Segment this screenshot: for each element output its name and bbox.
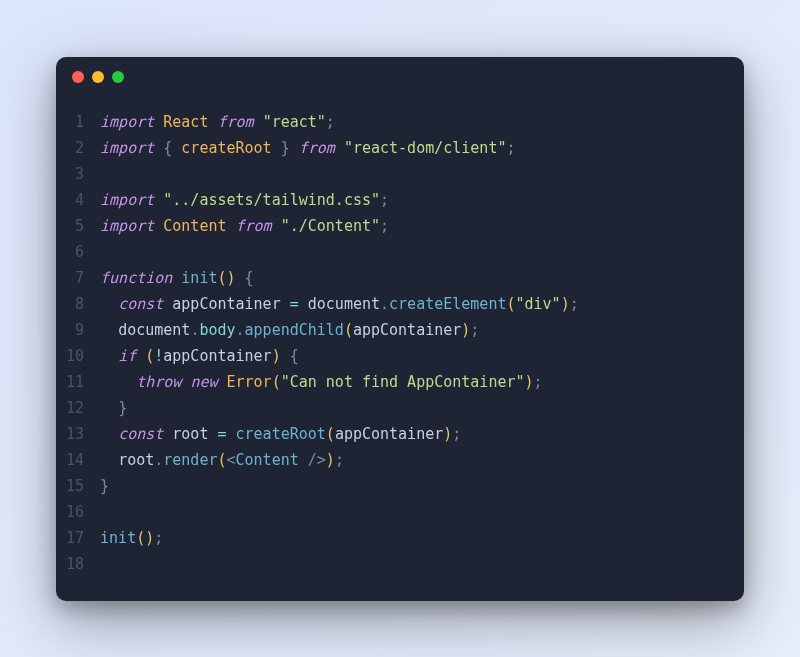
line-number: 1 (66, 109, 84, 135)
titlebar (56, 57, 744, 97)
code-token: () (136, 529, 154, 547)
code-token: ( (326, 425, 335, 443)
code-line: if (!appContainer) { (100, 343, 724, 369)
code-token: "../assets/tailwind.css" (163, 191, 380, 209)
code-token (100, 347, 118, 365)
code-token: root (118, 451, 154, 469)
code-token (100, 399, 118, 417)
code-token: ; (380, 191, 389, 209)
code-token: "react-dom/client" (344, 139, 507, 157)
code-token: appContainer (172, 295, 280, 313)
code-token (154, 191, 163, 209)
minimize-icon[interactable] (92, 71, 104, 83)
line-number-gutter: 123456789101112131415161718 (66, 109, 100, 577)
code-token: const (118, 295, 163, 313)
code-token: ; (452, 425, 461, 443)
code-token: ; (506, 139, 515, 157)
code-token: init (181, 269, 217, 287)
code-token: body (199, 321, 235, 339)
code-token: { (245, 269, 254, 287)
code-token: "react" (263, 113, 326, 131)
code-token (299, 451, 308, 469)
code-token (299, 295, 308, 313)
code-token: document (118, 321, 190, 339)
code-token: . (236, 321, 245, 339)
code-token (100, 295, 118, 313)
code-token: "./Content" (281, 217, 380, 235)
code-token: /> (308, 451, 326, 469)
code-line: document.body.appendChild(appContainer); (100, 317, 724, 343)
code-token (100, 321, 118, 339)
line-number: 4 (66, 187, 84, 213)
code-token: import (100, 191, 154, 209)
code-window: 123456789101112131415161718 import React… (56, 57, 744, 601)
code-token: ; (335, 451, 344, 469)
code-token (100, 451, 118, 469)
line-number: 10 (66, 343, 84, 369)
code-line (100, 239, 724, 265)
code-line (100, 551, 724, 577)
code-line: function init() { (100, 265, 724, 291)
code-line: throw new Error("Can not find AppContain… (100, 369, 724, 395)
code-token: ( (145, 347, 154, 365)
line-number: 11 (66, 369, 84, 395)
line-number: 18 (66, 551, 84, 577)
code-token: ( (506, 295, 515, 313)
code-token (100, 425, 118, 443)
code-token (154, 139, 163, 157)
code-token: appendChild (245, 321, 344, 339)
code-token: "Can not find AppContainer" (281, 373, 525, 391)
line-number: 12 (66, 395, 84, 421)
code-token: ) (443, 425, 452, 443)
code-token (136, 347, 145, 365)
code-token: throw (136, 373, 181, 391)
line-number: 9 (66, 317, 84, 343)
code-token: ) (561, 295, 570, 313)
zoom-icon[interactable] (112, 71, 124, 83)
code-token: ; (326, 113, 335, 131)
code-token: < (227, 451, 236, 469)
code-token: } (272, 139, 290, 157)
code-token: ) (272, 347, 281, 365)
code-line: const root = createRoot(appContainer); (100, 421, 724, 447)
code-token: . (380, 295, 389, 313)
code-content[interactable]: import React from "react";import { creat… (100, 109, 724, 577)
code-line: import React from "react"; (100, 109, 724, 135)
line-number: 7 (66, 265, 84, 291)
code-editor[interactable]: 123456789101112131415161718 import React… (56, 97, 744, 601)
code-token: render (163, 451, 217, 469)
code-token: if (118, 347, 136, 365)
code-token: new (190, 373, 217, 391)
line-number: 17 (66, 525, 84, 551)
code-line: } (100, 395, 724, 421)
code-token: ( (217, 451, 226, 469)
code-token: } (100, 477, 109, 495)
code-token: React (163, 113, 208, 131)
close-icon[interactable] (72, 71, 84, 83)
line-number: 6 (66, 239, 84, 265)
code-line: import { createRoot } from "react-dom/cl… (100, 135, 724, 161)
code-token (290, 139, 299, 157)
code-token: ( (272, 373, 281, 391)
code-token (154, 217, 163, 235)
code-token: { (290, 347, 299, 365)
line-number: 8 (66, 291, 84, 317)
code-token: = (217, 425, 226, 443)
code-token: ) (326, 451, 335, 469)
code-token: root (172, 425, 208, 443)
code-token: import (100, 139, 154, 157)
code-token (163, 425, 172, 443)
code-token (254, 113, 263, 131)
code-token (227, 217, 236, 235)
code-token: ; (470, 321, 479, 339)
code-line: init(); (100, 525, 724, 551)
code-token: ; (380, 217, 389, 235)
code-token: from (236, 217, 272, 235)
code-token (236, 269, 245, 287)
code-line: root.render(<Content />); (100, 447, 724, 473)
code-line (100, 161, 724, 187)
code-token (163, 295, 172, 313)
code-token (154, 113, 163, 131)
code-token (281, 347, 290, 365)
code-token: Content (163, 217, 226, 235)
